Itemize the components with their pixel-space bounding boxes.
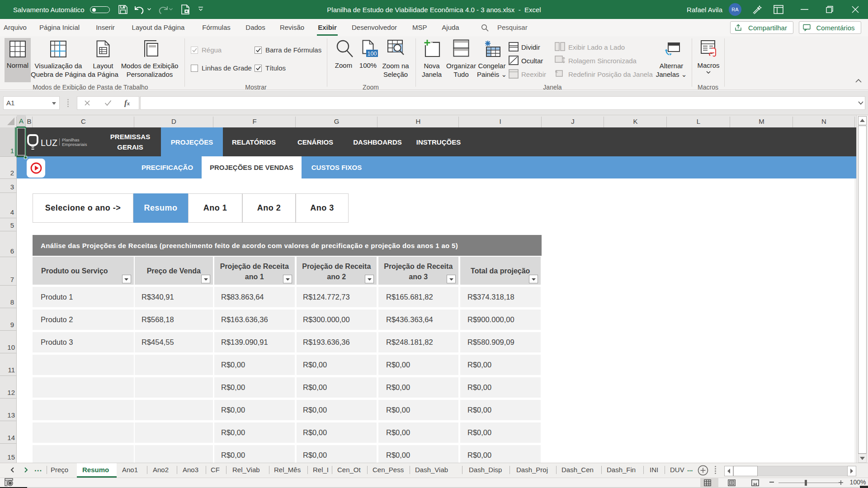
svg-text:100: 100 [368,51,377,57]
